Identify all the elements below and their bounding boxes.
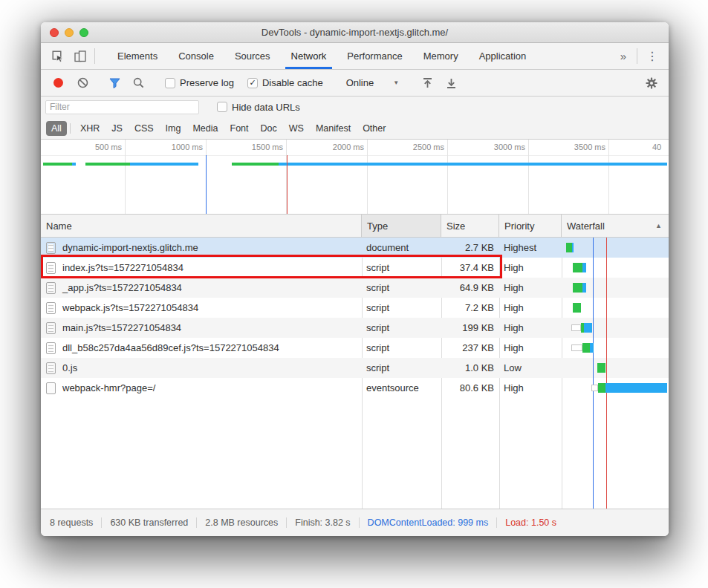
waterfall-ttfb-bar	[573, 263, 582, 272]
table-row[interactable]: webpack.js?ts=1572271054834script7.2 KBH…	[41, 298, 669, 318]
table-row[interactable]: webpack-hmr?page=/eventsource80.6 KBHigh	[41, 378, 669, 398]
table-row[interactable]: dynamic-import-nextjs.glitch.medocument2…	[41, 238, 669, 258]
hide-data-urls-checkbox[interactable]: Hide data URLs	[217, 102, 300, 113]
filter-chip-ws[interactable]: WS	[284, 121, 309, 136]
column-header-waterfall[interactable]: Waterfall ▲	[562, 215, 669, 237]
throttling-dropdown[interactable]: Online ▼	[339, 77, 407, 88]
type-cell: document	[362, 238, 441, 258]
waterfall-waiting-bar	[571, 324, 581, 331]
filter-chip-css[interactable]: CSS	[129, 121, 159, 136]
table-row[interactable]: 0.jsscript1.0 KBLow	[41, 358, 669, 378]
tab-console[interactable]: Console	[168, 43, 224, 69]
tab-application[interactable]: Application	[469, 43, 537, 69]
filter-chip-media[interactable]: Media	[187, 121, 223, 136]
tab-memory[interactable]: Memory	[413, 43, 469, 69]
waterfall-cell[interactable]	[562, 338, 669, 358]
type-cell: script	[362, 278, 441, 298]
tab-network[interactable]: Network	[281, 43, 337, 69]
requests-table: Name Type Size Priority Waterfall ▲ dyna…	[41, 215, 669, 509]
column-header-name[interactable]: Name	[41, 215, 362, 237]
checkbox-unchecked[interactable]	[217, 102, 227, 112]
timeline-gridline	[125, 140, 126, 214]
waterfall-ttfb-bar	[597, 363, 605, 373]
preserve-log-checkbox[interactable]: Preserve log	[165, 77, 234, 88]
sort-arrow-icon[interactable]: ▲	[655, 222, 662, 229]
filter-chip-xhr[interactable]: XHR	[75, 121, 105, 136]
clear-icon[interactable]	[71, 77, 94, 88]
size-cell: 199 KB	[441, 318, 499, 338]
status-item: 630 KB transferred	[102, 517, 197, 528]
waterfall-cell[interactable]	[562, 238, 669, 258]
type-cell: script	[362, 258, 441, 278]
minimize-button[interactable]	[65, 28, 74, 37]
maximize-button[interactable]	[79, 28, 88, 37]
request-name: webpack-hmr?page=/	[62, 382, 155, 393]
table-row[interactable]: index.js?ts=1572271054834script37.4 KBHi…	[41, 258, 669, 278]
disable-cache-checkbox[interactable]: Disable cache	[247, 77, 323, 88]
window-title: DevTools - dynamic-import-nextjs.glitch.…	[262, 27, 448, 38]
filter-input[interactable]	[45, 100, 199, 114]
name-cell: webpack-hmr?page=/	[41, 378, 362, 398]
load-marker-line	[606, 238, 607, 509]
table-row[interactable]: _app.js?ts=1572271054834script64.9 KBHig…	[41, 278, 669, 298]
document-icon	[46, 302, 56, 314]
divider	[70, 123, 71, 134]
priority-cell: Low	[499, 358, 562, 378]
filter-chip-all[interactable]: All	[46, 121, 67, 136]
domcontentloaded-marker-line	[206, 155, 207, 214]
table-row[interactable]: dll_b58c257da4aa56d89cef.js?ts=157227105…	[41, 338, 669, 358]
overview-ttfb-bar	[43, 163, 72, 166]
column-header-type[interactable]: Type	[362, 215, 441, 237]
desktop-background: DevTools - dynamic-import-nextjs.glitch.…	[0, 0, 708, 588]
name-cell: _app.js?ts=1572271054834	[41, 278, 362, 298]
more-tabs-icon[interactable]: »	[613, 43, 634, 69]
request-name: main.js?ts=1572271054834	[62, 322, 181, 333]
overview-download-bar	[279, 163, 667, 166]
kebab-menu-icon[interactable]: ⋮	[640, 43, 664, 69]
status-bar: 8 requests630 KB transferred2.8 MB resou…	[41, 509, 669, 536]
checkbox-checked[interactable]	[247, 78, 258, 88]
tab-sources[interactable]: Sources	[224, 43, 281, 69]
document-icon	[46, 342, 56, 354]
tab-performance[interactable]: Performance	[337, 43, 412, 69]
waterfall-cell[interactable]	[562, 318, 669, 338]
waterfall-cell[interactable]	[562, 278, 669, 298]
record-button[interactable]	[53, 78, 63, 88]
waterfall-cell[interactable]	[562, 258, 669, 278]
device-toolbar-icon[interactable]	[69, 43, 91, 69]
search-icon[interactable]	[127, 77, 149, 88]
divider	[41, 155, 669, 156]
filter-chip-js[interactable]: JS	[106, 121, 128, 136]
size-cell: 2.7 KB	[441, 238, 499, 258]
column-header-size[interactable]: Size	[441, 215, 499, 237]
status-item: Load: 1.50 s	[497, 517, 565, 528]
inspect-element-icon[interactable]	[47, 43, 69, 69]
preserve-log-label: Preserve log	[180, 77, 234, 88]
priority-cell: High	[499, 278, 562, 298]
status-item: 2.8 MB resources	[197, 517, 287, 528]
filter-funnel-icon[interactable]	[103, 78, 126, 88]
filter-chip-font[interactable]: Font	[225, 121, 254, 136]
filter-chip-other[interactable]: Other	[357, 121, 391, 136]
close-button[interactable]	[50, 28, 59, 37]
tab-elements[interactable]: Elements	[107, 43, 168, 69]
waterfall-cell[interactable]	[562, 378, 669, 398]
filter-chip-doc[interactable]: Doc	[256, 121, 282, 136]
timeline-tick-label: 3000 ms	[463, 143, 525, 151]
column-header-priority[interactable]: Priority	[499, 215, 562, 237]
type-cell: script	[362, 358, 441, 378]
waterfall-cell[interactable]	[562, 298, 669, 318]
import-har-icon[interactable]	[416, 77, 438, 89]
priority-cell: High	[499, 338, 562, 358]
hide-data-urls-label: Hide data URLs	[232, 102, 300, 113]
network-overview[interactable]: 500 ms1000 ms1500 ms2000 ms2500 ms3000 m…	[41, 140, 669, 215]
export-har-icon[interactable]	[440, 77, 462, 89]
settings-gear-icon[interactable]	[640, 77, 663, 89]
filter-chip-manifest[interactable]: Manifest	[311, 121, 356, 136]
waterfall-cell[interactable]	[562, 358, 669, 378]
filter-chip-img[interactable]: Img	[160, 121, 186, 136]
checkbox-unchecked[interactable]	[165, 78, 175, 88]
table-row[interactable]: main.js?ts=1572271054834script199 KBHigh	[41, 318, 669, 338]
resource-icon	[46, 382, 56, 394]
waterfall-download-bar	[590, 343, 594, 353]
